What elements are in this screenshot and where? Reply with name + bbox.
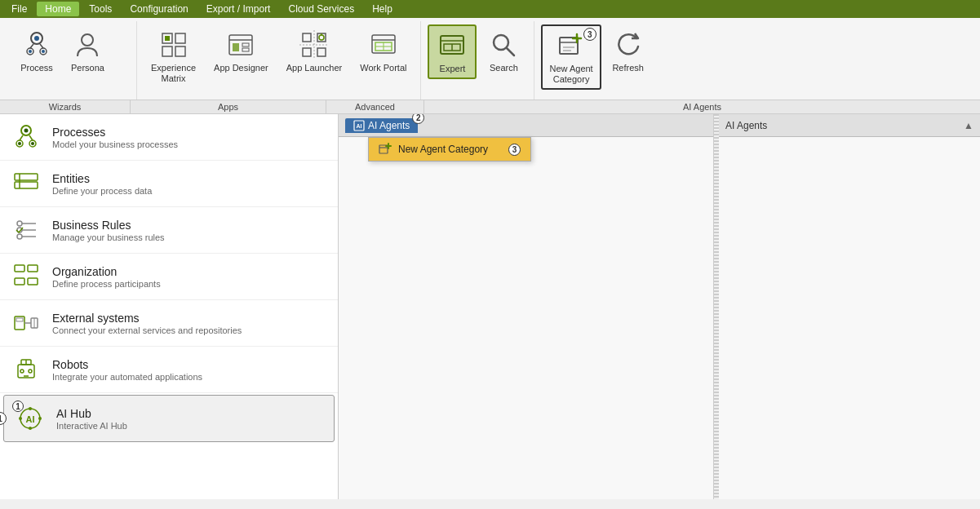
external-systems-text: External systems Connect your external s… — [52, 312, 242, 335]
persona-icon — [71, 29, 104, 61]
svg-rect-13 — [165, 36, 170, 41]
ai-agents-tab-icon: AI — [353, 120, 365, 131]
ai-agents-tab-label: AI Agents — [368, 120, 410, 131]
menu-cloud-services[interactable]: Cloud Services — [280, 2, 362, 16]
svg-rect-52 — [15, 174, 38, 180]
menu-file[interactable]: File — [3, 2, 35, 16]
search-button[interactable]: Search — [480, 24, 527, 77]
right-panel-header: AI Agents ▲ — [719, 114, 980, 137]
processes-icon — [11, 122, 41, 152]
expert-icon — [436, 29, 468, 62]
ai-agents-bar: AI AI Agents 2 — [339, 114, 713, 137]
persona-label: Persona — [71, 63, 104, 73]
svg-rect-10 — [175, 33, 185, 43]
organization-icon — [11, 262, 41, 291]
badge-2-tab: 2 — [412, 114, 424, 124]
entities-title: Entities — [52, 172, 152, 185]
svg-rect-12 — [175, 46, 185, 56]
entities-icon — [11, 169, 41, 198]
svg-rect-53 — [15, 182, 38, 188]
svg-text:AI: AI — [26, 414, 35, 424]
main-content: Processes Model your business processes … — [0, 114, 980, 499]
external-systems-desc: Connect your external services and repos… — [52, 325, 242, 335]
refresh-button[interactable]: Refresh — [605, 24, 652, 77]
sidebar-item-external-systems[interactable]: External systems Connect your external s… — [0, 300, 338, 347]
right-panel: AI Agents ▲ — [719, 114, 980, 499]
ai-agents-tab[interactable]: AI AI Agents 2 — [345, 118, 418, 133]
search-icon — [487, 29, 520, 61]
app-launcher-label: App Launcher — [286, 63, 343, 73]
svg-point-57 — [17, 234, 22, 239]
menu-home[interactable]: Home — [37, 2, 79, 16]
ribbon-group-advanced: Expert Search — [421, 21, 534, 100]
svg-point-72 — [20, 370, 24, 373]
svg-rect-19 — [303, 33, 311, 42]
svg-rect-22 — [317, 48, 326, 56]
menu-configuration[interactable]: Configuration — [122, 2, 196, 16]
search-label: Search — [490, 63, 518, 73]
expert-label: Expert — [440, 64, 466, 74]
sidebar-item-ai-hub[interactable]: 1 AI 1 AI Hub Interactive AI Hub — [3, 395, 335, 442]
svg-point-25 — [319, 35, 324, 40]
svg-point-1 — [34, 36, 39, 41]
sidebar-item-processes[interactable]: Processes Model your business processes — [0, 114, 338, 161]
menu-export-import[interactable]: Export / Import — [198, 2, 279, 16]
external-systems-title: External systems — [52, 312, 242, 325]
organization-desc: Define process participants — [52, 279, 161, 289]
work-portal-button[interactable]: Work Portal — [353, 24, 414, 77]
dropdown-new-agent-icon — [379, 143, 392, 156]
svg-rect-21 — [303, 48, 311, 56]
right-panel-title: AI Agents — [725, 120, 767, 131]
svg-rect-17 — [242, 43, 249, 46]
entities-text: Entities Define your process data — [52, 172, 152, 196]
sort-arrow-icon[interactable]: ▲ — [964, 120, 973, 131]
ai-hub-icon: AI 1 — [16, 404, 45, 433]
persona-button[interactable]: Persona — [64, 24, 112, 77]
label-advanced: Advanced — [326, 100, 424, 113]
badge-3-menu: 3 — [508, 144, 521, 156]
svg-point-55 — [17, 221, 22, 226]
center-panel: AI AI Agents 2 New Agent Category 3 — [339, 114, 714, 499]
app-launcher-button[interactable]: App Launcher — [279, 24, 350, 77]
menu-tools[interactable]: Tools — [81, 2, 120, 16]
new-agent-category-label: New AgentCategory — [549, 64, 592, 85]
entities-desc: Define your process data — [52, 186, 152, 196]
dropdown-new-agent-category[interactable]: New Agent Category 3 — [369, 138, 530, 161]
ai-hub-title: AI Hub — [56, 407, 127, 420]
sidebar: Processes Model your business processes … — [0, 114, 339, 499]
experience-matrix-icon — [157, 29, 190, 61]
experience-matrix-button[interactable]: ExperienceMatrix — [144, 24, 203, 88]
ribbon-labels: Wizards Apps Advanced AI Agents — [0, 100, 980, 113]
svg-line-5 — [40, 44, 43, 48]
business-rules-title: Business Rules — [52, 219, 165, 232]
process-label: Process — [20, 63, 53, 73]
svg-rect-63 — [15, 278, 24, 285]
ribbon: Process Persona — [0, 18, 980, 114]
svg-line-4 — [30, 44, 33, 48]
sidebar-item-robots[interactable]: Robots Integrate your automated applicat… — [0, 347, 338, 393]
menu-help[interactable]: Help — [364, 2, 401, 16]
ribbon-group-ai-agents: 3 New AgentCategory — [534, 21, 698, 100]
sidebar-item-organization[interactable]: Organization Define process participants — [0, 254, 338, 300]
dropdown-new-agent-label: New Agent Category — [398, 144, 488, 155]
svg-rect-16 — [233, 43, 239, 51]
app-launcher-icon — [298, 29, 330, 61]
svg-line-37 — [507, 48, 514, 55]
svg-line-47 — [20, 135, 23, 140]
external-systems-icon — [11, 308, 41, 338]
process-icon — [20, 29, 53, 61]
robots-icon — [11, 355, 41, 384]
app-designer-button[interactable]: App Designer — [206, 24, 276, 77]
process-button[interactable]: Process — [13, 24, 60, 77]
work-portal-icon — [367, 29, 400, 61]
svg-point-8 — [82, 34, 93, 46]
svg-rect-61 — [15, 265, 24, 272]
new-agent-category-button[interactable]: 3 New AgentCategory — [541, 24, 601, 90]
experience-matrix-label: ExperienceMatrix — [151, 63, 196, 84]
robots-title: Robots — [52, 358, 202, 371]
expert-button[interactable]: Expert — [428, 24, 477, 79]
sidebar-item-entities[interactable]: Entities Define your process data — [0, 161, 338, 207]
ai-hub-text: AI Hub Interactive AI Hub — [56, 407, 127, 431]
sidebar-item-business-rules[interactable]: Business Rules Manage your business rule… — [0, 207, 338, 254]
processes-text: Processes Model your business processes — [52, 126, 178, 149]
